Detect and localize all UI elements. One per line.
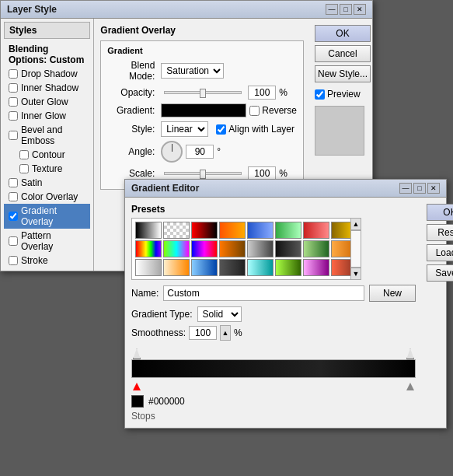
preset-15[interactable] [303,240,329,257]
ok-button[interactable]: OK [315,25,371,42]
scroll-down-btn[interactable]: ▼ [350,268,361,280]
preset-12[interactable] [219,240,246,257]
ge-close-btn[interactable]: ✕ [427,183,440,194]
preset-10[interactable] [163,240,190,257]
preset-21[interactable] [247,259,274,276]
ge-color-stop-right[interactable] [406,383,414,390]
close-btn[interactable]: ✕ [354,4,366,15]
ge-right-buttons: OK Reset Load... Save... [422,198,453,428]
preset-23[interactable] [303,259,329,276]
scroll-track [350,230,361,268]
bevel-emboss-label: Bevel and Emboss [21,124,85,146]
color-overlay-checkbox[interactable] [9,192,18,201]
preset-17[interactable] [135,259,162,276]
align-layer-text: Align with Layer [228,124,294,135]
titlebar-controls: — □ ✕ [326,4,366,15]
ge-opacity-stop-left[interactable] [133,348,141,359]
new-style-button[interactable]: New Style... [315,65,371,82]
ge-save-button[interactable]: Save... [427,264,453,282]
gradient-overlay-checkbox[interactable] [9,212,18,221]
ge-smoothness-stepper[interactable]: ▲ [220,325,231,341]
preset-20[interactable] [219,259,246,276]
ge-maximize-btn[interactable]: □ [413,183,426,194]
ge-name-row: Name: New [131,285,416,302]
align-layer-checkbox[interactable] [216,124,226,135]
color-overlay-item[interactable]: Color Overlay [4,190,90,204]
outer-glow-checkbox[interactable] [9,97,18,107]
contour-item[interactable]: Contour [4,148,90,162]
opacity-thumb[interactable] [200,89,206,98]
preset-22[interactable] [275,259,301,276]
ge-name-input[interactable] [163,285,364,301]
scroll-up-btn[interactable]: ▲ [350,218,361,230]
ge-color-stop-left[interactable] [133,383,141,390]
preview-checkbox[interactable] [315,89,325,100]
reverse-checkbox[interactable] [249,106,260,116]
preset-14[interactable] [275,240,301,257]
maximize-btn[interactable]: □ [340,4,352,15]
ge-type-row: Gradient Type: Solid Noise [131,306,416,322]
preset-bw[interactable] [135,222,162,239]
preset-9[interactable] [135,240,162,257]
satin-checkbox[interactable] [9,178,18,187]
ge-new-button[interactable]: New [369,285,416,302]
preset-5[interactable] [247,222,274,239]
preset-transparent[interactable] [163,222,190,239]
ge-type-select[interactable]: Solid Noise [197,306,242,322]
stroke-item[interactable]: Stroke [4,254,90,268]
preview-box [315,106,364,156]
preset-19[interactable] [191,259,218,276]
preset-13[interactable] [247,240,274,257]
angle-dial[interactable] [161,141,183,163]
ge-reset-button[interactable]: Reset [427,224,453,241]
preset-7[interactable] [303,222,329,239]
preset-18[interactable] [163,259,190,276]
preset-6[interactable] [275,222,301,239]
preset-3[interactable] [191,222,218,239]
contour-checkbox[interactable] [19,150,29,159]
opacity-slider[interactable] [164,91,242,94]
ge-gradient-bar[interactable] [131,359,416,378]
ge-smoothness-input[interactable] [189,326,217,340]
ge-color-row: #000000 [131,395,416,408]
opacity-input[interactable] [248,86,276,100]
angle-input[interactable] [186,145,214,159]
scale-slider[interactable] [164,172,242,175]
texture-item[interactable]: Texture [4,162,90,176]
gradient-section: Gradient Blend Mode: Saturation Normal M… [100,40,304,190]
blend-mode-select[interactable]: Saturation Normal Multiply [161,63,224,79]
cancel-button[interactable]: Cancel [315,45,371,62]
ge-opacity-stop-right[interactable] [406,348,414,359]
preset-11[interactable] [191,240,218,257]
angle-row: Angle: ° [107,141,297,163]
drop-shadow-checkbox[interactable] [9,69,18,79]
inner-glow-item[interactable]: Inner Glow [4,109,90,123]
ge-load-button[interactable]: Load... [427,244,453,261]
bevel-emboss-item[interactable]: Bevel and Emboss [4,123,90,148]
preset-4[interactable] [219,222,246,239]
ge-ok-button[interactable]: OK [427,204,453,221]
style-select[interactable]: Linear Radial [161,121,208,137]
inner-shadow-checkbox[interactable] [9,83,18,93]
drop-shadow-item[interactable]: Drop Shadow [4,67,90,81]
pattern-overlay-checkbox[interactable] [9,236,18,246]
presets-scrollbar: ▲ ▼ [350,218,361,280]
stroke-checkbox[interactable] [9,256,18,265]
pattern-overlay-item[interactable]: Pattern Overlay [4,229,90,254]
inner-glow-checkbox[interactable] [9,111,18,121]
ge-bar-bottom [131,378,416,392]
blending-options-item[interactable]: Blending Options: Custom [4,42,90,67]
gradient-preview[interactable] [161,103,246,117]
layer-style-titlebar: Layer Style — □ ✕ [1,1,372,19]
bevel-emboss-checkbox[interactable] [9,131,18,140]
inner-shadow-item[interactable]: Inner Shadow [4,81,90,95]
gradient-overlay-item[interactable]: Gradient Overlay [4,204,90,229]
minimize-btn[interactable]: — [326,4,338,15]
ge-minimize-btn[interactable]: — [399,183,412,194]
gradient-overlay-label: Gradient Overlay [21,205,85,227]
ge-color-swatch[interactable] [131,395,144,408]
satin-item[interactable]: Satin [4,176,90,190]
scale-thumb[interactable] [200,170,206,179]
texture-checkbox[interactable] [19,164,29,173]
outer-glow-item[interactable]: Outer Glow [4,95,90,109]
